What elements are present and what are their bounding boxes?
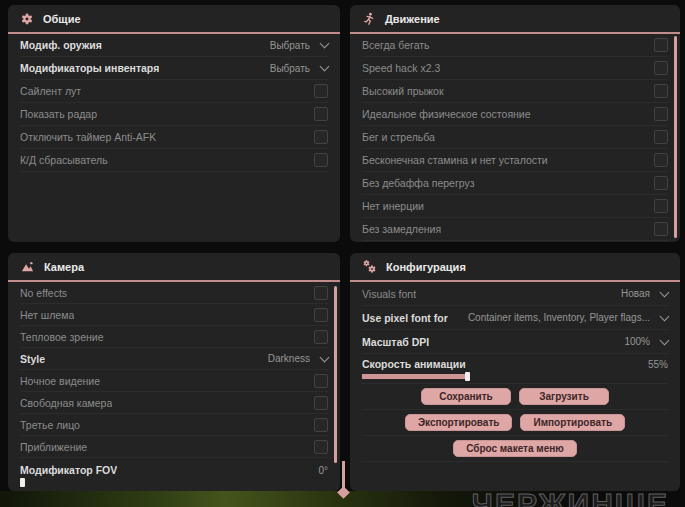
settings-row: Масштаб DPI100% <box>362 330 668 354</box>
settings-row: К/Д сбрасыватель <box>20 149 328 172</box>
settings-row: ЭкспортироватьИмпортировать <box>362 410 668 436</box>
checkbox[interactable] <box>314 374 328 388</box>
slider-track[interactable] <box>362 374 557 379</box>
checkbox[interactable] <box>654 38 668 52</box>
checkbox[interactable] <box>654 107 668 121</box>
settings-row: Visuals fontНовая <box>362 282 668 306</box>
panel-camera-body: No effectsНет шлемаТепловое зрениеStyleD… <box>8 282 340 491</box>
setting-label: Показать радар <box>20 108 97 120</box>
scrollbar[interactable] <box>334 286 337 463</box>
setting-label: Нет инерции <box>362 200 424 212</box>
checkbox[interactable] <box>314 396 328 410</box>
settings-row: Отключить таймер Anti-AFK <box>20 126 328 149</box>
panel-general: Общие Модиф. оружияВыбратьМодификаторы и… <box>8 5 340 242</box>
scrollbar[interactable] <box>674 36 677 238</box>
checkbox[interactable] <box>314 107 328 121</box>
export-button[interactable]: Экспортировать <box>405 414 513 431</box>
slider-thumb[interactable] <box>20 478 25 487</box>
setting-label: Модиф. оружия <box>20 39 102 51</box>
settings-row: StyleDarkness <box>20 348 328 370</box>
setting-label: Модификатор FOV <box>20 464 117 476</box>
checkbox[interactable] <box>314 130 328 144</box>
slider-thumb[interactable] <box>465 372 470 381</box>
setting-label: Use pixel font for <box>362 312 448 324</box>
reset-menu-layout-button[interactable]: Сброс макета меню <box>453 440 577 457</box>
chevron-down-icon <box>660 311 670 321</box>
settings-row: Бег и стрельба <box>362 126 668 149</box>
dropdown-value: Выбрать <box>270 63 310 74</box>
save-button[interactable]: Сохранить <box>421 388 511 405</box>
setting-label: К/Д сбрасыватель <box>20 154 108 166</box>
panel-movement: Движение Всегда бегатьSpeed hack x2.3Выс… <box>350 5 680 242</box>
setting-label: Третье лицо <box>20 419 80 431</box>
settings-row: Модификаторы инвентаряВыбрать <box>20 57 328 80</box>
settings-row: Высокий прыжок <box>362 80 668 103</box>
checkbox[interactable] <box>654 61 668 75</box>
dropdown[interactable]: Darkness <box>268 353 328 364</box>
dropdown[interactable]: Новая <box>621 288 668 299</box>
chevron-down-icon <box>320 62 330 72</box>
settings-row: Всегда бегать <box>362 34 668 57</box>
settings-row: Скорость анимации55% <box>362 354 668 384</box>
settings-row: Без дебаффа перегруз <box>362 172 668 195</box>
setting-label: Нет шлема <box>20 309 74 321</box>
setting-label: Бесконечная стамина и нет усталости <box>362 154 548 166</box>
panel-config-body: Visuals fontНоваяUse pixel font forConta… <box>350 282 680 462</box>
slider-value: 0° <box>318 465 328 476</box>
checkbox[interactable] <box>314 153 328 167</box>
panel-config-header: Конфигурация <box>350 253 680 282</box>
settings-row: No effects <box>20 282 328 304</box>
settings-row: Нет шлема <box>20 304 328 326</box>
setting-label: Скорость анимации <box>362 358 466 370</box>
setting-label: Свободная камера <box>20 397 112 409</box>
checkbox[interactable] <box>314 286 328 300</box>
settings-row: Идеальное физическое состояние <box>362 103 668 126</box>
panel-camera-header: Камера <box>8 253 340 282</box>
dropdown[interactable]: Выбрать <box>270 40 328 51</box>
dropdown-value: 100% <box>624 336 650 347</box>
settings-row: Сайлент лут <box>20 80 328 103</box>
slider-value: 55% <box>648 359 668 370</box>
chevron-down-icon <box>660 335 670 345</box>
setting-label: Без замедления <box>362 223 441 235</box>
import-button[interactable]: Импортировать <box>520 414 625 431</box>
settings-row: Показать радар <box>20 103 328 126</box>
checkbox[interactable] <box>314 418 328 432</box>
chevron-down-icon <box>320 352 330 362</box>
slider-track[interactable] <box>20 480 328 485</box>
checkbox[interactable] <box>654 222 668 236</box>
checkbox[interactable] <box>654 84 668 98</box>
checkbox[interactable] <box>314 308 328 322</box>
dropdown-value: Новая <box>621 288 650 299</box>
panel-config: Конфигурация Visuals fontНоваяUse pixel … <box>350 253 680 491</box>
panel-movement-body: Всегда бегатьSpeed hack x2.3Высокий прыж… <box>350 34 680 241</box>
settings-row: Тепловое зрение <box>20 326 328 348</box>
settings-row: Use pixel font forContainer items, Inven… <box>362 306 668 330</box>
checkbox[interactable] <box>654 176 668 190</box>
checkbox[interactable] <box>314 330 328 344</box>
setting-label: Масштаб DPI <box>362 336 429 348</box>
settings-row: Без замедления <box>362 218 668 241</box>
settings-row: Speed hack x2.3 <box>362 57 668 80</box>
dropdown[interactable]: Container items, Inventory, Player flags… <box>468 312 668 323</box>
checkbox[interactable] <box>654 130 668 144</box>
settings-row: Модиф. оружияВыбрать <box>20 34 328 57</box>
checkbox[interactable] <box>314 84 328 98</box>
settings-row: СохранитьЗагрузить <box>362 384 668 410</box>
checkbox[interactable] <box>654 153 668 167</box>
setting-label: Style <box>20 353 45 365</box>
dropdown[interactable]: Выбрать <box>270 63 328 74</box>
checkbox[interactable] <box>314 440 328 454</box>
setting-label: Модификаторы инвентаря <box>20 62 159 74</box>
mod-menu-screen: ЧЕРЖИНШЕ Общие Модиф. оружияВыбратьМодиф… <box>0 0 685 507</box>
panel-title: Камера <box>44 261 84 273</box>
dropdown[interactable]: 100% <box>624 336 668 347</box>
gears-icon <box>362 259 377 274</box>
setting-label: Высокий прыжок <box>362 85 444 97</box>
setting-label: Ночное видение <box>20 375 100 387</box>
gear-icon <box>20 12 34 26</box>
checkbox[interactable] <box>654 199 668 213</box>
settings-row: Приближение <box>20 436 328 458</box>
setting-label: Приближение <box>20 441 87 453</box>
load-button[interactable]: Загрузить <box>519 388 609 405</box>
